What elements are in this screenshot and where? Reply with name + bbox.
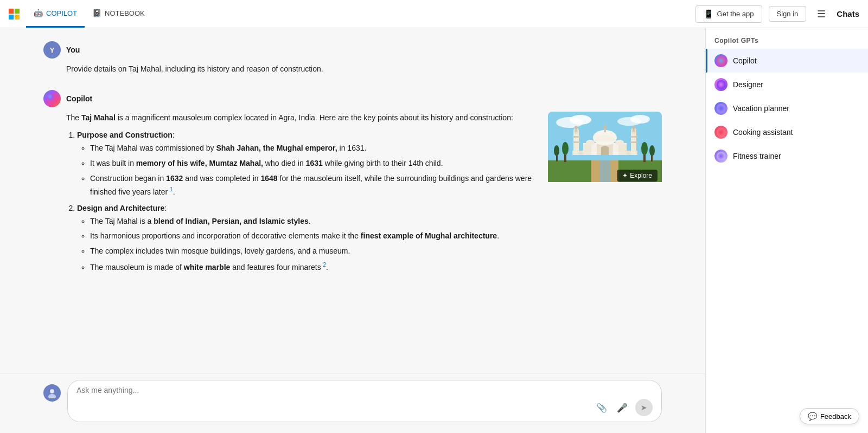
- section-1-bullets: The Taj Mahal was commissioned by Shah J…: [90, 142, 537, 199]
- sidebar-label-cooking: Cooking assistant: [733, 128, 793, 137]
- copilot-sidebar-icon: [714, 54, 727, 67]
- svg-point-3: [570, 115, 591, 125]
- sidebar-label-vacation: Vacation planner: [733, 104, 789, 113]
- svg-point-30: [586, 140, 595, 145]
- copilot-icon-svg: [717, 56, 725, 65]
- sidebar-section-title: Copilot GPTs: [706, 28, 868, 49]
- copilot-message-content: The Taj Mahal is a magnificent mausoleum…: [66, 112, 662, 278]
- feedback-icon: 💬: [808, 412, 817, 421]
- copilot-message-header: Copilot: [43, 90, 662, 107]
- bullet-1-1: The Taj Mahal was commissioned by Shah J…: [90, 142, 537, 155]
- user-name: You: [66, 46, 80, 54]
- section-2: Design and Architecture: The Taj Mahal i…: [77, 202, 537, 274]
- svg-rect-8: [599, 160, 610, 182]
- tab-copilot-label: COPILOT: [46, 9, 77, 17]
- designer-sidebar-icon: [714, 78, 727, 91]
- menu-button[interactable]: ☰: [813, 6, 830, 22]
- cooking-sidebar-icon: [714, 126, 727, 139]
- svg-point-45: [717, 104, 725, 113]
- tab-notebook[interactable]: 📓 NOTEBOOK: [85, 0, 152, 28]
- chat-input-field[interactable]: [76, 386, 653, 395]
- copilot-logo-svg: [47, 93, 58, 104]
- right-sidebar: Copilot GPTs Copilot Designer: [705, 28, 868, 433]
- bullet-2-4: The mausoleum is made of white marble an…: [90, 260, 537, 274]
- get-app-label: Get the app: [717, 10, 754, 18]
- sidebar-label-copilot: Copilot: [733, 56, 757, 65]
- bullet-1-3: Construction began in 1632 and was compl…: [90, 172, 537, 199]
- svg-point-35: [641, 142, 648, 155]
- svg-rect-14: [572, 141, 580, 143]
- designer-icon-svg: [717, 80, 725, 89]
- svg-point-37: [554, 145, 559, 156]
- copilot-name: Copilot: [66, 94, 92, 103]
- phone-icon: 📱: [704, 9, 714, 19]
- copilot-intro: The Taj Mahal is a magnificent mausoleum…: [66, 112, 537, 125]
- sidebar-item-designer[interactable]: Designer: [706, 73, 868, 96]
- input-user-avatar: [43, 384, 61, 402]
- attachment-button[interactable]: 📎: [594, 400, 609, 415]
- section-2-bullets: The Taj Mahal is a blend of Indian, Pers…: [90, 215, 537, 274]
- sign-in-label: Sign in: [777, 10, 799, 18]
- feedback-button[interactable]: 💬 Feedback: [800, 408, 859, 424]
- microphone-button[interactable]: 🎤: [615, 400, 630, 415]
- user-message-text: Provide details on Taj Mahal, including …: [66, 63, 662, 75]
- nav-tabs: 🤖 COPILOT 📓 NOTEBOOK: [26, 0, 152, 28]
- sign-in-button[interactable]: Sign in: [769, 6, 807, 22]
- svg-rect-20: [630, 141, 637, 143]
- explore-button[interactable]: ✦ Explore: [617, 170, 658, 182]
- get-app-button[interactable]: 📱 Get the app: [695, 5, 762, 23]
- user-message-block: Y You Provide details on Taj Mahal, incl…: [43, 41, 662, 75]
- bullet-2-1: The Taj Mahal is a blend of Indian, Pers…: [90, 215, 537, 228]
- bullet-1-2: It was built in memory of his wife, Mumt…: [90, 157, 537, 170]
- send-button[interactable]: ➤: [635, 399, 653, 416]
- svg-point-43: [717, 56, 725, 65]
- ms-grid-icon: [9, 9, 20, 20]
- copilot-avatar: [43, 90, 61, 107]
- svg-point-46: [717, 128, 725, 137]
- tab-notebook-label: NOTEBOOK: [105, 9, 145, 17]
- main-layout: Y You Provide details on Taj Mahal, incl…: [0, 28, 868, 433]
- svg-point-44: [717, 80, 725, 89]
- svg-point-31: [615, 140, 624, 145]
- svg-point-5: [630, 115, 650, 124]
- sidebar-item-vacation[interactable]: Vacation planner: [706, 96, 868, 120]
- explore-icon: ✦: [622, 172, 628, 179]
- taj-mahal-image-container: ✦ Explore: [548, 112, 662, 185]
- svg-rect-26: [601, 147, 609, 155]
- sidebar-item-copilot[interactable]: Copilot: [706, 49, 868, 73]
- cooking-icon-svg: [717, 128, 725, 137]
- chat-area: Y You Provide details on Taj Mahal, incl…: [0, 28, 705, 433]
- svg-point-47: [717, 152, 725, 160]
- sidebar-item-fitness[interactable]: Fitness trainer: [706, 144, 868, 168]
- microsoft-logo: [9, 9, 20, 20]
- sidebar-item-cooking[interactable]: Cooking assistant: [706, 120, 868, 144]
- vacation-sidebar-icon: [714, 102, 727, 115]
- sidebar-label-fitness: Fitness trainer: [733, 152, 781, 160]
- user-avatar: Y: [43, 41, 61, 59]
- sidebar-label-designer: Designer: [733, 80, 763, 89]
- copilot-response: The Taj Mahal is a magnificent mausoleum…: [66, 112, 662, 278]
- input-avatar-icon: [47, 387, 58, 398]
- notebook-tab-icon: 📓: [92, 9, 101, 17]
- user-message-header: Y You: [43, 41, 662, 59]
- tab-copilot[interactable]: 🤖 COPILOT: [26, 0, 85, 28]
- svg-point-39: [649, 145, 655, 156]
- vacation-icon-svg: [717, 104, 725, 113]
- user-avatar-initial: Y: [50, 46, 55, 54]
- input-actions: 📎 🎤 ➤: [76, 399, 653, 416]
- chat-input-box: 📎 🎤 ➤: [67, 380, 662, 422]
- svg-rect-21: [630, 136, 637, 138]
- copilot-text: The Taj Mahal is a magnificent mausoleum…: [66, 112, 537, 278]
- section-1: Purpose and Construction: The Taj Mahal …: [77, 129, 537, 199]
- svg-point-41: [50, 389, 54, 393]
- svg-rect-23: [583, 145, 591, 155]
- chats-label: Chats: [837, 9, 859, 18]
- bullet-2-2: Its harmonious proportions and incorpora…: [90, 230, 537, 243]
- copilot-sections-list: Purpose and Construction: The Taj Mahal …: [77, 129, 537, 274]
- topnav-right: 📱 Get the app Sign in ☰ Chats: [695, 5, 859, 23]
- fitness-sidebar-icon: [714, 150, 727, 163]
- copilot-message-block: Copilot The Taj Mahal is a magnificent m…: [43, 90, 662, 278]
- fitness-icon-svg: [717, 152, 725, 160]
- svg-point-29: [603, 125, 607, 129]
- explore-label: Explore: [630, 172, 652, 179]
